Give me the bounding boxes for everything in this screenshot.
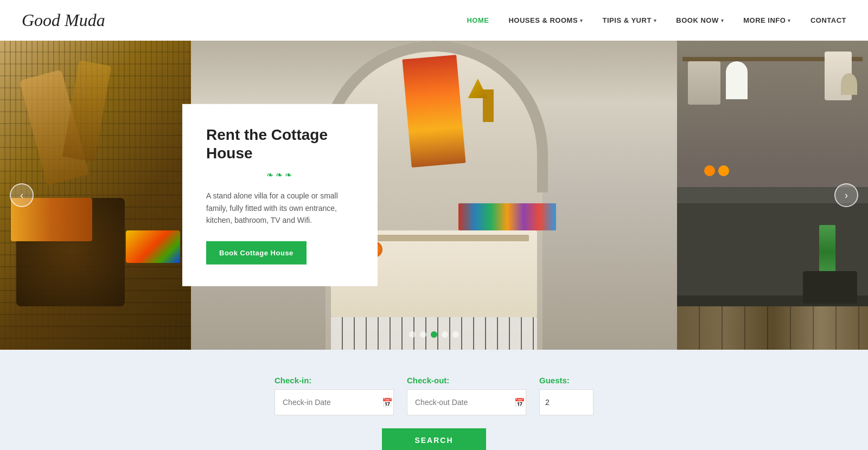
calendar-icon: 📅 — [514, 397, 525, 408]
nav-item-more-info[interactable]: MORE INFO ▾ — [743, 16, 791, 24]
booking-section: Check-in: 📅 Check-out: 📅 Guests: 1 2 3 4 — [0, 350, 868, 450]
guests-label: Guests: — [539, 376, 593, 385]
dot-4[interactable] — [442, 331, 448, 338]
search-button[interactable]: SEARCH — [382, 428, 486, 450]
slide-description: A stand alone villa for a couple or smal… — [206, 190, 354, 226]
dot-1[interactable] — [409, 331, 416, 338]
guests-select-wrapper[interactable]: 1 2 3 4 5 6 — [539, 389, 593, 415]
checkin-input[interactable] — [283, 398, 378, 407]
main-nav: HOME HOUSES & ROOMS ▾ TIPIS & YURT ▾ BOO… — [467, 16, 846, 24]
checkin-input-wrapper[interactable]: 📅 — [275, 389, 394, 415]
checkin-group: Check-in: 📅 — [275, 376, 394, 415]
slide-divider: ❧❧❧ — [206, 170, 354, 180]
checkout-label: Check-out: — [407, 376, 526, 385]
chevron-down-icon: ▾ — [580, 18, 583, 23]
chevron-down-icon: ▾ — [788, 18, 791, 23]
logo[interactable]: Good Muda — [22, 10, 105, 30]
calendar-icon: 📅 — [382, 397, 393, 408]
nav-item-book-now[interactable]: BOOK NOW ▾ — [676, 16, 724, 24]
prev-arrow-button[interactable]: ‹ — [10, 183, 34, 207]
nav-item-contact[interactable]: CONTACT — [810, 16, 846, 24]
next-arrow-icon: › — [845, 190, 848, 201]
header: Good Muda HOME HOUSES & ROOMS ▾ TIPIS & … — [0, 0, 868, 41]
slider-dots — [409, 331, 459, 338]
checkout-input[interactable] — [415, 398, 510, 407]
guests-group: Guests: 1 2 3 4 5 6 — [539, 376, 593, 415]
search-row: SEARCH — [382, 428, 486, 450]
checkin-label: Check-in: — [275, 376, 394, 385]
nav-item-houses-rooms[interactable]: HOUSES & ROOMS ▾ — [508, 16, 583, 24]
hero-slider: Rent the Cottage House ❧❧❧ A stand alone… — [0, 41, 868, 350]
checkout-input-wrapper[interactable]: 📅 — [407, 389, 526, 415]
prev-arrow-icon: ‹ — [20, 190, 23, 201]
slide-content-box: Rent the Cottage House ❧❧❧ A stand alone… — [182, 104, 378, 286]
nav-item-tipis-yurt[interactable]: TIPIS & YURT ▾ — [603, 16, 657, 24]
dot-5[interactable] — [452, 331, 459, 338]
booking-form: Check-in: 📅 Check-out: 📅 Guests: 1 2 3 4 — [275, 376, 593, 415]
nav-item-home[interactable]: HOME — [467, 16, 489, 24]
dot-3[interactable] — [431, 331, 437, 338]
book-cottage-button[interactable]: Book Cottage House — [206, 241, 307, 265]
next-arrow-button[interactable]: › — [834, 183, 858, 207]
guests-select[interactable]: 1 2 3 4 5 6 — [545, 398, 588, 407]
chevron-down-icon: ▾ — [654, 18, 657, 23]
chevron-down-icon: ▾ — [721, 18, 724, 23]
dot-2[interactable] — [420, 331, 426, 338]
slide-title: Rent the Cottage House — [206, 126, 354, 162]
checkout-group: Check-out: 📅 — [407, 376, 526, 415]
